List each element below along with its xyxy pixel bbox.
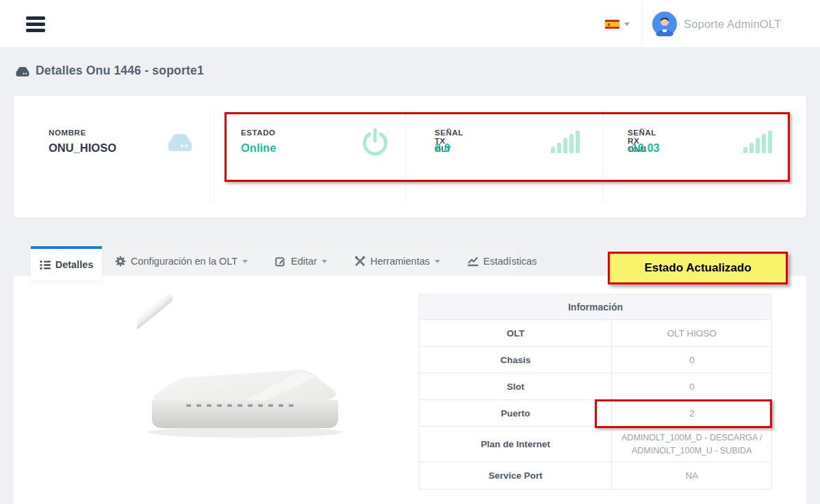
- page-title: Detalles Onu 1446 - soporte1: [36, 64, 204, 78]
- tab-estadisticas[interactable]: Estadísticas: [454, 247, 550, 276]
- table-row: OLT OLT HIOSO: [420, 320, 771, 347]
- row-label: Service Port: [420, 462, 612, 489]
- row-value: OLT HIOSO: [612, 320, 771, 346]
- menu-toggle-button[interactable]: [26, 16, 45, 32]
- info-table: Información OLT OLT HIOSO Chasis 0 Slot …: [419, 294, 772, 490]
- user-avatar: [652, 12, 677, 36]
- tools-icon: [355, 256, 366, 267]
- chart-icon: [467, 256, 478, 267]
- table-row: Puerto 2: [420, 400, 771, 427]
- power-icon: [361, 127, 389, 157]
- row-label: Chasis: [420, 347, 612, 373]
- stat-label: NOMBRE: [49, 129, 86, 137]
- user-name: Soporte AdminOLT: [684, 18, 781, 31]
- signal-bars-icon: [742, 129, 772, 155]
- tab-herramientas[interactable]: Herramientas: [341, 247, 454, 276]
- language-selector[interactable]: [605, 15, 638, 33]
- row-label: Plan de Internet: [420, 427, 612, 462]
- divider: [405, 111, 406, 202]
- row-label: OLT: [420, 320, 612, 346]
- tab-label: Estadísticas: [483, 256, 537, 267]
- row-value: ADMINOLT_100M_D - DESCARGA / ADMINOLT_10…: [612, 427, 771, 462]
- divider: [209, 111, 210, 202]
- divider: [602, 111, 603, 202]
- onu-device-icon: [166, 129, 194, 154]
- status-updated-label: Estado Actualizado: [644, 261, 751, 275]
- tab-label: Configuración en la OLT: [131, 256, 238, 267]
- tab-label: Herramientas: [370, 256, 430, 267]
- spain-flag-icon: [605, 20, 619, 29]
- row-value: NA: [612, 462, 771, 489]
- row-label: Puerto: [420, 400, 612, 426]
- tab-label: Detalles: [55, 259, 94, 270]
- signal-bars-icon: [550, 129, 580, 155]
- chevron-down-icon: [322, 260, 327, 263]
- tab-detalles[interactable]: Detalles: [31, 246, 102, 280]
- stat-value: -10.03: [628, 142, 660, 155]
- tab-label: Editar: [291, 256, 317, 267]
- stat-value: ONU_HIOSO: [49, 142, 116, 155]
- list-icon: [40, 260, 51, 270]
- chevron-down-icon: [435, 260, 440, 263]
- breadcrumb: Detalles Onu 1446 - soporte1: [15, 64, 204, 78]
- chevron-down-icon: [624, 23, 630, 26]
- row-value: 0: [612, 373, 771, 399]
- status-updated-note: Estado Actualizado: [608, 252, 788, 284]
- row-value: 0: [612, 347, 771, 373]
- onu-summary-card: NOMBRE ONU_HIOSO ESTADO Online SEÑAL TX …: [14, 96, 806, 217]
- topbar-divider: [641, 0, 642, 48]
- row-value: 2: [612, 400, 771, 426]
- edit-icon: [275, 256, 286, 267]
- topbar: Soporte AdminOLT: [0, 0, 820, 48]
- gear-icon: [115, 256, 126, 267]
- table-row: Service Port NA: [420, 462, 771, 489]
- info-table-header: Información: [420, 295, 771, 320]
- tab-configuracion-olt[interactable]: Configuración en la OLT: [101, 247, 261, 276]
- table-row: Plan de Internet ADMINOLT_100M_D - DESCA…: [420, 427, 771, 462]
- tab-editar[interactable]: Editar: [261, 247, 341, 276]
- hdd-icon: [15, 64, 30, 78]
- row-label: Slot: [420, 373, 612, 399]
- table-row: Slot 0: [420, 373, 771, 400]
- chevron-down-icon: [242, 260, 248, 263]
- stat-value: 2.0: [435, 142, 450, 155]
- stat-label: ESTADO: [241, 129, 276, 137]
- user-menu[interactable]: Soporte AdminOLT: [652, 12, 781, 36]
- table-row: Chasis 0: [420, 347, 771, 373]
- tab-bar: Configuración en la OLT Editar Herramien…: [101, 247, 516, 276]
- stat-value: Online: [241, 142, 276, 155]
- onu-product-image: [137, 291, 342, 448]
